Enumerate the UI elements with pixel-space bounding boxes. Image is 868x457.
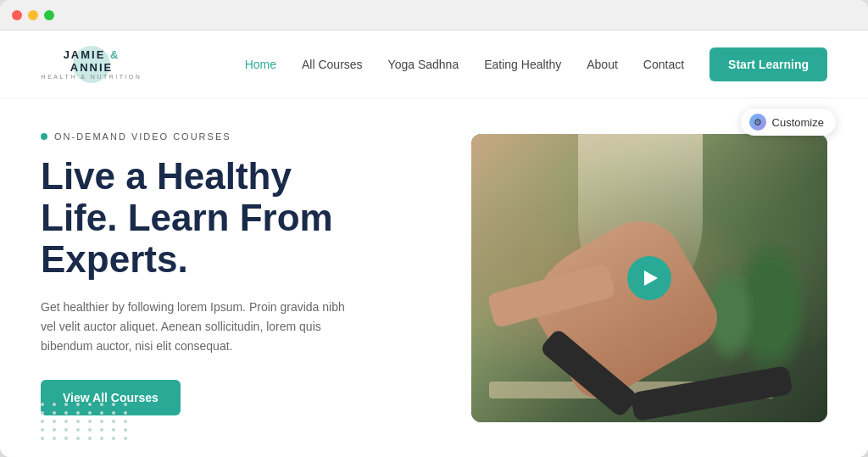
logo-subtitle: HEALTH & NUTRITION: [41, 74, 142, 80]
customize-badge[interactable]: ⚙ Customize: [741, 109, 836, 136]
dot-pattern-decoration: [41, 403, 131, 440]
logo-text: JAMIE & ANNIE HEALTH & NUTRITION: [41, 48, 142, 80]
nav-yoga-sadhna[interactable]: Yoga Sadhna: [388, 58, 459, 71]
nav-contact[interactable]: Contact: [643, 58, 684, 71]
minimize-dot[interactable]: [28, 10, 38, 20]
hero-description: Get healthier by following lorem Ipsum. …: [41, 298, 363, 356]
nav-home[interactable]: Home: [245, 58, 276, 71]
maximize-dot[interactable]: [44, 10, 54, 20]
nav-all-courses[interactable]: All Courses: [302, 58, 363, 71]
play-button[interactable]: [627, 256, 671, 300]
customize-label: Customize: [772, 116, 824, 129]
hero-title: Live a Healthy Life. Learn From Experts.: [41, 155, 437, 281]
tag-dot: [41, 133, 47, 140]
video-card[interactable]: [471, 134, 827, 422]
logo-brand-name: JAMIE & ANNIE: [41, 48, 142, 74]
nav-about[interactable]: About: [587, 58, 618, 71]
hero-section: ON-DEMAND VIDEO COURSES Live a Healthy L…: [0, 98, 868, 457]
start-learning-button[interactable]: Start Learning: [709, 47, 827, 81]
close-dot[interactable]: [12, 10, 22, 20]
browser-chrome: [0, 0, 868, 31]
logo: JAMIE & ANNIE HEALTH & NUTRITION: [41, 46, 142, 83]
nav-eating-healthy[interactable]: Eating Healthy: [484, 58, 561, 71]
hero-right: ⚙ Customize: [471, 98, 827, 457]
play-icon: [644, 270, 658, 286]
customize-icon: ⚙: [749, 114, 766, 131]
tag-line: ON-DEMAND VIDEO COURSES: [41, 131, 437, 142]
hero-left: ON-DEMAND VIDEO COURSES Live a Healthy L…: [41, 98, 437, 457]
page-content: JAMIE & ANNIE HEALTH & NUTRITION Home Al…: [0, 31, 868, 457]
tag-text: ON-DEMAND VIDEO COURSES: [54, 131, 231, 142]
nav-links: Home All Courses Yoga Sadhna Eating Heal…: [245, 47, 827, 81]
figure-leg-back: [630, 365, 793, 421]
browser-window: JAMIE & ANNIE HEALTH & NUTRITION Home Al…: [0, 0, 868, 457]
navbar: JAMIE & ANNIE HEALTH & NUTRITION Home Al…: [0, 31, 868, 98]
